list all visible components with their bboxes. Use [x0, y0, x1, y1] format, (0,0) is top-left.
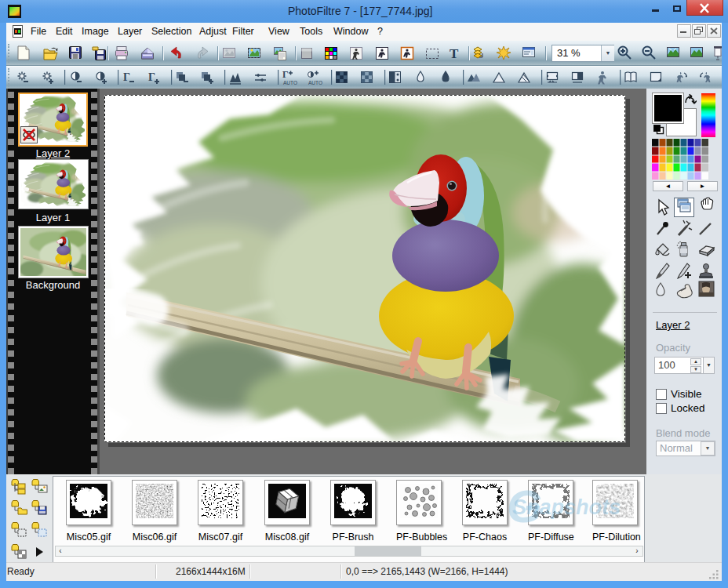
svg-text:Γ: Γ: [123, 71, 130, 83]
svg-text:AUTO: AUTO: [283, 80, 297, 85]
svg-text:Γ: Γ: [282, 69, 289, 80]
svg-text:T: T: [450, 46, 459, 61]
svg-text:AUTO: AUTO: [308, 80, 322, 85]
svg-text:Γ: Γ: [148, 71, 155, 83]
